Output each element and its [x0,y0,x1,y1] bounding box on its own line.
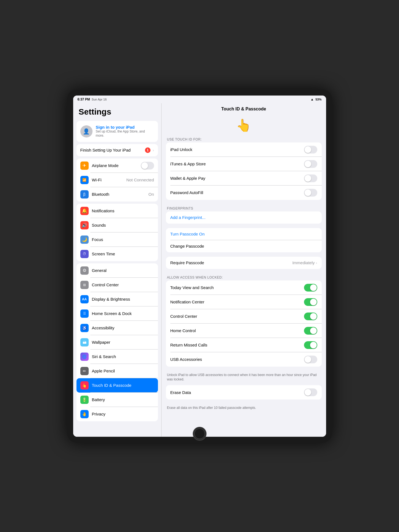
usb-accessories-toggle[interactable] [304,356,317,363]
sidebar-item-label: Sounds [92,223,154,227]
sidebar-item-wallpaper[interactable]: 🏔 Wallpaper [76,335,158,350]
sidebar-item-battery[interactable]: 🔋 Battery [76,393,158,407]
touch-id-group: iPad Unlock iTunes & App Store Wallet & … [166,142,322,200]
home-control-row[interactable]: Home Control [166,324,322,338]
status-date: Sun Apr 16 [92,98,107,101]
account-text: Sign in to your iPad Set up iCloud, the … [96,125,154,138]
sidebar-item-apple-pencil[interactable]: ✏ Apple Pencil [76,364,158,378]
sidebar-item-privacy[interactable]: 🤚 Privacy [76,407,158,421]
today-view-label: Today View and Search [170,285,304,290]
wifi-value: Not Connected [126,178,154,182]
ipad-unlock-row[interactable]: iPad Unlock [166,142,322,157]
home-button[interactable] [193,427,207,441]
status-right: ▲ 53% [311,97,322,101]
fingerprints-label: FINGERPRINTS [162,204,326,211]
control-center-icon: ⊞ [80,281,89,289]
password-autofill-toggle[interactable] [304,189,317,197]
sidebar-item-label: Siri & Search [92,354,154,359]
today-view-row[interactable]: Today View and Search [166,280,322,295]
turn-passcode-on-row[interactable]: Turn Passcode On [166,228,322,240]
notification-center-toggle[interactable] [304,298,317,306]
sidebar-group-system: ⚙ General ⊞ Control Center AA Display & … [76,263,158,421]
wallet-apple-pay-toggle[interactable] [304,174,317,182]
home-screen-icon: ⠿ [80,309,89,318]
home-control-toggle[interactable] [304,327,317,335]
control-center-lock-row[interactable]: Control Center [166,309,322,324]
sidebar-item-airplane-mode[interactable]: ✈ Airplane Mode [76,158,158,173]
account-section[interactable]: 👤 Sign in to your iPad Set up iCloud, th… [76,121,158,142]
require-passcode-value: Immediately › [292,260,317,265]
require-passcode-label: Require Passcode [170,260,292,265]
wallet-apple-pay-row[interactable]: Wallet & Apple Pay [166,171,322,186]
ipad-screen: 6:37 PM Sun Apr 16 ▲ 53% Settings 👤 Sign… [73,96,326,437]
status-time: 6:37 PM [78,97,90,101]
return-missed-calls-row[interactable]: Return Missed Calls [166,338,322,352]
add-fingerprint-label: Add a Fingerprint... [170,215,317,220]
status-bar: 6:37 PM Sun Apr 16 ▲ 53% [73,96,326,103]
sidebar-item-control-center[interactable]: ⊞ Control Center [76,278,158,292]
screen-time-icon: ⏱ [80,250,89,258]
add-fingerprint-row[interactable]: Add a Fingerprint... [166,211,322,224]
sidebar-item-touch-id[interactable]: 👆 Touch ID & Passcode [76,378,158,393]
sidebar-item-sounds[interactable]: 🔊 Sounds [76,218,158,232]
privacy-icon: 🤚 [80,410,89,418]
sidebar-item-label: Battery [92,397,154,402]
notification-center-label: Notification Center [170,300,304,304]
sidebar-item-screen-time[interactable]: ⏱ Screen Time [76,247,158,261]
sidebar-item-label: General [92,268,154,273]
sidebar-item-display-brightness[interactable]: AA Display & Brightness [76,292,158,306]
sidebar-item-general[interactable]: ⚙ General [76,263,158,278]
sidebar-group-alerts: 🔔 Notifications 🔊 Sounds 🌙 Focus ⏱ Scree… [76,204,158,261]
sidebar-item-label: Display & Brightness [92,297,154,301]
sidebar-item-home-screen[interactable]: ⠿ Home Screen & Dock [76,306,158,321]
return-missed-calls-toggle[interactable] [304,341,317,349]
sidebar-item-wifi[interactable]: 📶 Wi-Fi Not Connected [76,173,158,187]
sidebar-item-notifications[interactable]: 🔔 Notifications [76,204,158,218]
wallpaper-icon: 🏔 [80,338,89,346]
itunes-app-store-row[interactable]: iTunes & App Store [166,157,322,171]
content-area: Settings 👤 Sign in to your iPad Set up i… [73,103,326,437]
today-view-toggle[interactable] [304,284,317,292]
password-autofill-row[interactable]: Password AutoFill [166,186,322,200]
usb-accessories-row[interactable]: USB Accessories [166,352,322,367]
setup-banner[interactable]: Finish Setting Up Your iPad 1 › [76,144,158,156]
sidebar-item-label: Home Screen & Dock [92,311,154,316]
itunes-app-store-toggle[interactable] [304,160,317,168]
sidebar-item-accessibility[interactable]: ♿ Accessibility [76,321,158,335]
ipad-unlock-label: iPad Unlock [170,147,304,152]
wifi-icon: 📶 [80,176,89,184]
setup-chevron-icon: › [153,148,154,152]
change-passcode-row[interactable]: Change Passcode [166,240,322,252]
sidebar-item-label: Wi-Fi [92,178,123,182]
account-signin-label: Sign in to your iPad [96,125,154,129]
display-brightness-icon: AA [80,295,89,303]
change-passcode-label: Change Passcode [170,244,317,248]
general-icon: ⚙ [80,266,89,275]
setup-badge: 1 [145,147,150,153]
ipad-unlock-toggle[interactable] [304,146,317,153]
sidebar-item-siri-search[interactable]: 🌀 Siri & Search [76,350,158,364]
detail-title: Touch ID & Passcode [162,103,326,114]
airplane-mode-toggle[interactable] [141,162,154,170]
password-autofill-label: Password AutoFill [170,190,304,195]
require-passcode-row[interactable]: Require Passcode Immediately › [166,257,322,269]
erase-data-toggle[interactable] [304,388,317,396]
sidebar-header: Settings [73,103,161,119]
sidebar-item-focus[interactable]: 🌙 Focus [76,232,158,247]
touch-id-icon: 👆 [80,381,89,390]
passcode-group: Turn Passcode On Change Passcode [166,228,322,252]
home-button-inner [194,428,205,439]
allow-access-group: Today View and Search Notification Cente… [166,280,322,367]
notifications-icon: 🔔 [80,207,89,215]
sidebar-title: Settings [79,107,156,117]
control-center-lock-toggle[interactable] [304,313,317,320]
notification-center-row[interactable]: Notification Center [166,295,322,309]
accessibility-icon: ♿ [80,324,89,332]
wallet-apple-pay-label: Wallet & Apple Pay [170,176,304,181]
sidebar-item-label: Wallpaper [92,340,154,345]
sidebar-group-connectivity: ✈ Airplane Mode 📶 Wi-Fi Not Connected β … [76,158,158,202]
erase-data-row[interactable]: Erase Data [166,385,322,399]
fingerprints-group: Add a Fingerprint... [166,211,322,224]
sidebar-item-bluetooth[interactable]: β Bluetooth On [76,187,158,202]
bluetooth-value: On [148,192,154,197]
